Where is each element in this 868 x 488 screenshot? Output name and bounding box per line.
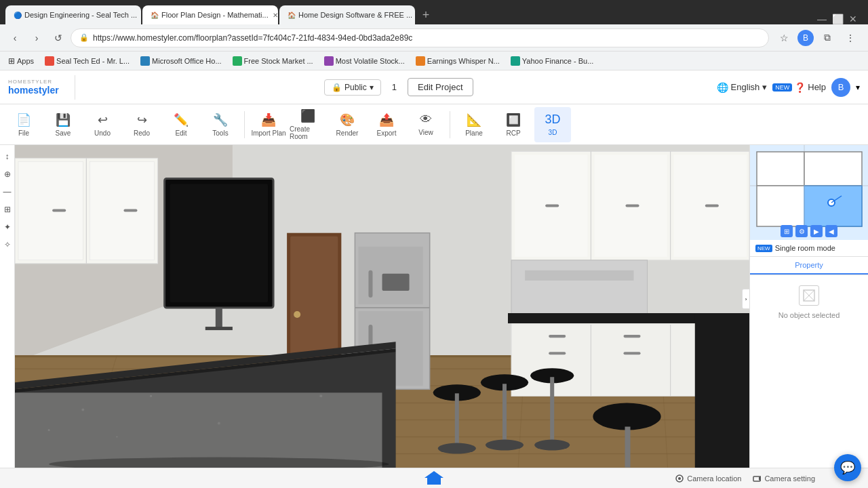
tool-import-plan[interactable]: 📥 Import Plan bbox=[250, 107, 287, 142]
svg-rect-72 bbox=[502, 384, 507, 445]
panel-expand-button[interactable]: › bbox=[742, 289, 750, 309]
bookmark-5[interactable]: Earnings Whisper N... bbox=[413, 56, 502, 66]
bookmark-6[interactable]: Yahoo Finance - Bu... bbox=[508, 56, 597, 66]
reload-button[interactable]: ↺ bbox=[49, 28, 68, 47]
tab-2[interactable]: 🏠 Floor Plan Design - Mathemati... ✕ bbox=[142, 5, 278, 24]
property-tab[interactable]: Property bbox=[750, 257, 868, 274]
maximize-button[interactable]: ⬜ bbox=[832, 14, 844, 24]
mini-map-btn-1[interactable]: ⊞ bbox=[781, 225, 793, 237]
svg-rect-75 bbox=[550, 377, 554, 445]
camera-setting-button[interactable]: Camera setting bbox=[752, 474, 815, 483]
toolbar-center: 🔒 Public ▾ 1 Edit Project bbox=[81, 78, 717, 96]
no-object-panel: No object selected bbox=[750, 275, 868, 329]
tool-rcp[interactable]: 🔲 RCP bbox=[495, 107, 532, 142]
mini-map-btn-4[interactable]: ◀ bbox=[825, 225, 837, 237]
public-button[interactable]: 🔒 Public ▾ bbox=[324, 79, 381, 96]
tool-file[interactable]: 📄 File bbox=[5, 107, 42, 142]
scene-svg bbox=[15, 145, 749, 468]
tool-render[interactable]: 🎨 Render bbox=[329, 107, 366, 142]
extensions-icon[interactable]: ⧉ bbox=[818, 28, 837, 47]
bookmark-4[interactable]: Most Volatile Stock... bbox=[321, 56, 408, 66]
no-object-icon bbox=[799, 285, 819, 306]
tool-create-room[interactable]: ⬛ Create Room bbox=[290, 107, 326, 142]
single-room-mode-button[interactable]: NEW Single room mode bbox=[750, 240, 868, 257]
language-button[interactable]: 🌐 English ▾ bbox=[717, 82, 768, 93]
tool-3d[interactable]: 3D 3D bbox=[534, 107, 571, 142]
user-avatar[interactable]: B bbox=[831, 78, 850, 97]
sidebar-tool-1[interactable]: ↕ bbox=[1, 150, 14, 163]
tab-3[interactable]: 🏠 Home Design Software & FREE ... ✕ bbox=[279, 5, 415, 24]
svg-rect-45 bbox=[368, 270, 372, 298]
save-icon: 💾 bbox=[56, 113, 71, 127]
sidebar-tool-5[interactable]: ✦ bbox=[1, 221, 14, 233]
3d-view[interactable] bbox=[15, 145, 749, 468]
edit-icon: ✏️ bbox=[174, 113, 189, 127]
svg-marker-93 bbox=[425, 471, 443, 485]
mini-map-btn-3[interactable]: ▶ bbox=[810, 225, 823, 237]
svg-point-95 bbox=[678, 477, 681, 480]
svg-rect-17 bbox=[170, 184, 268, 302]
edit-project-button[interactable]: Edit Project bbox=[408, 78, 473, 96]
back-button[interactable]: ‹ bbox=[5, 28, 24, 47]
svg-rect-36 bbox=[511, 260, 648, 314]
tab-2-close[interactable]: ✕ bbox=[273, 12, 278, 19]
svg-rect-83 bbox=[804, 152, 862, 186]
property-panel: Property › No object selected bbox=[750, 257, 868, 468]
tool-view[interactable]: 👁 View bbox=[408, 107, 444, 142]
camera-location-button[interactable]: Camera location bbox=[675, 474, 741, 483]
single-room-label: Single room mode bbox=[775, 244, 835, 252]
address-bar[interactable]: 🔒 https://www.homestyler.com/floorplan?a… bbox=[71, 28, 769, 47]
svg-rect-23 bbox=[18, 161, 83, 260]
toolbar-right: 🌐 English ▾ NEW ❓ Help B ▾ bbox=[717, 78, 860, 97]
svg-rect-79 bbox=[695, 314, 749, 468]
bookmark-2[interactable]: Microsoft Office Ho... bbox=[138, 56, 224, 66]
tool-undo[interactable]: ↩ Undo bbox=[84, 107, 121, 142]
mini-map[interactable]: ⊞ ⚙ ▶ ◀ bbox=[750, 145, 868, 240]
minimize-button[interactable]: — bbox=[817, 14, 827, 24]
svg-point-40 bbox=[294, 311, 300, 318]
tool-export[interactable]: 📤 Export bbox=[368, 107, 405, 142]
svg-rect-34 bbox=[625, 205, 639, 207]
bookmark-1[interactable]: Seal Tech Ed - Mr. L... bbox=[42, 56, 132, 66]
tool-save[interactable]: 💾 Save bbox=[45, 107, 81, 142]
sidebar-tool-2[interactable]: ⊕ bbox=[1, 168, 14, 180]
tools-icon: 🔧 bbox=[213, 113, 228, 127]
camera-setting-icon bbox=[752, 474, 762, 483]
nav-bar: ‹ › ↺ 🔒 https://www.homestyler.com/floor… bbox=[0, 24, 868, 52]
new-tab-button[interactable]: + bbox=[416, 5, 435, 24]
app-toolbar: HOMESTYLER homestyler 🔒 Public ▾ 1 Edit … bbox=[0, 70, 868, 104]
svg-rect-56 bbox=[549, 335, 566, 338]
tool-tools[interactable]: 🔧 Tools bbox=[202, 107, 239, 142]
bookmark-star[interactable]: ☆ bbox=[774, 28, 793, 47]
profile-icon[interactable]: B bbox=[797, 30, 814, 46]
chat-bubble-button[interactable]: 💬 bbox=[834, 454, 861, 481]
render-icon: 🎨 bbox=[340, 113, 355, 127]
close-window-button[interactable]: ✕ bbox=[849, 14, 857, 24]
bookmark-3[interactable]: Free Stock Market ... bbox=[230, 56, 316, 66]
tool-edit[interactable]: ✏️ Edit bbox=[163, 107, 199, 142]
svg-point-70 bbox=[438, 443, 476, 454]
tab-1[interactable]: 🔵 Design Engineering - Seal Tech ... ✕ bbox=[5, 5, 141, 24]
mini-map-btn-2[interactable]: ⚙ bbox=[795, 225, 808, 237]
import-plan-icon: 📥 bbox=[261, 113, 276, 127]
sidebar-tool-4[interactable]: ⊞ bbox=[1, 203, 14, 216]
sidebar-tool-6[interactable]: ✧ bbox=[1, 239, 14, 251]
menu-button[interactable]: ⋮ bbox=[841, 28, 860, 47]
sidebar-tool-3[interactable]: — bbox=[1, 186, 14, 198]
tool-separator-2 bbox=[450, 111, 450, 138]
project-number: 1 bbox=[387, 82, 402, 92]
right-panel: ⊞ ⚙ ▶ ◀ NEW Single room mode Property › bbox=[749, 145, 868, 468]
tool-redo[interactable]: ↪ Redo bbox=[123, 107, 160, 142]
help-button[interactable]: NEW ❓ Help bbox=[772, 82, 826, 93]
svg-rect-57 bbox=[623, 335, 640, 338]
logo: HOMESTYLER homestyler bbox=[8, 79, 69, 96]
svg-rect-33 bbox=[545, 205, 559, 207]
apps-bookmark[interactable]: ⊞ Apps bbox=[5, 56, 37, 66]
bottom-bar: Camera location Camera setting bbox=[0, 468, 868, 488]
plane-icon: 📐 bbox=[467, 113, 481, 127]
rcp-icon: 🔲 bbox=[506, 113, 521, 127]
tool-plane[interactable]: 📐 Plane bbox=[456, 107, 492, 142]
tab-bar: 🔵 Design Engineering - Seal Tech ... ✕ 🏠… bbox=[0, 0, 868, 24]
no-object-label: No object selected bbox=[778, 311, 840, 319]
forward-button[interactable]: › bbox=[27, 28, 46, 47]
